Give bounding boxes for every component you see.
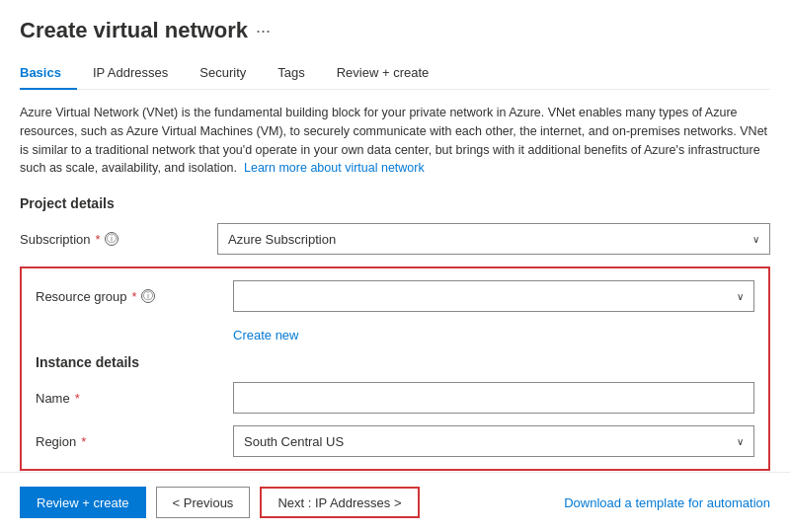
tab-security[interactable]: Security [184, 57, 262, 90]
tab-basics[interactable]: Basics [20, 57, 77, 90]
title-more-icon[interactable]: ··· [256, 21, 271, 41]
region-row: Region * South Central US ∨ [36, 425, 754, 457]
tab-bar: Basics IP Addresses Security Tags Review… [20, 57, 770, 90]
description-text: Azure Virtual Network (VNet) is the fund… [20, 104, 770, 178]
download-template-link[interactable]: Download a template for automation [564, 495, 770, 510]
tab-tags[interactable]: Tags [262, 57, 320, 90]
review-create-button[interactable]: Review + create [20, 487, 146, 518]
highlighted-form-section: Resource group * ⓘ ∨ Create new [20, 266, 770, 471]
instance-details-title: Instance details [36, 354, 754, 370]
page-header: Create virtual network ··· Basics IP Add… [0, 0, 790, 90]
resource-group-required: * [132, 289, 137, 304]
subscription-label: Subscription * ⓘ [20, 232, 217, 247]
resource-group-row: Resource group * ⓘ ∨ [36, 280, 754, 312]
main-content: Azure Virtual Network (VNet) is the fund… [0, 90, 790, 472]
instance-details-section: Instance details Name * Region * [36, 354, 754, 457]
tab-ip-addresses[interactable]: IP Addresses [77, 57, 184, 90]
subscription-chevron-icon: ∨ [752, 234, 759, 245]
name-required: * [75, 391, 80, 406]
region-required: * [81, 434, 86, 449]
name-input[interactable] [233, 382, 754, 414]
subscription-control: Azure Subscription ∨ [217, 223, 770, 255]
create-new-wrapper: Create new [36, 324, 754, 342]
region-select[interactable]: South Central US ∨ [233, 425, 754, 457]
name-label: Name * [36, 391, 233, 406]
resource-group-chevron-icon: ∨ [737, 291, 744, 302]
page-title: Create virtual network [20, 18, 248, 43]
resource-group-control: ∨ [233, 280, 754, 312]
subscription-row: Subscription * ⓘ Azure Subscription ∨ [20, 223, 770, 255]
create-new-link[interactable]: Create new [233, 328, 298, 342]
region-label: Region * [36, 434, 233, 449]
subscription-select[interactable]: Azure Subscription ∨ [217, 223, 770, 255]
next-button[interactable]: Next : IP Addresses > [260, 487, 419, 518]
subscription-required: * [96, 232, 101, 247]
resource-group-label: Resource group * ⓘ [36, 289, 233, 304]
resource-group-info-icon[interactable]: ⓘ [141, 289, 155, 303]
region-chevron-icon: ∨ [737, 436, 744, 447]
name-control [233, 382, 754, 414]
resource-group-select[interactable]: ∨ [233, 280, 754, 312]
learn-more-link[interactable]: Learn more about virtual network [244, 161, 425, 175]
subscription-info-icon[interactable]: ⓘ [105, 232, 118, 246]
tab-review-create[interactable]: Review + create [321, 57, 445, 90]
region-control: South Central US ∨ [233, 425, 754, 457]
footer: Review + create < Previous Next : IP Add… [0, 472, 790, 532]
previous-button[interactable]: < Previous [156, 487, 251, 518]
name-row: Name * [36, 382, 754, 414]
project-details-section-title: Project details [20, 195, 770, 211]
